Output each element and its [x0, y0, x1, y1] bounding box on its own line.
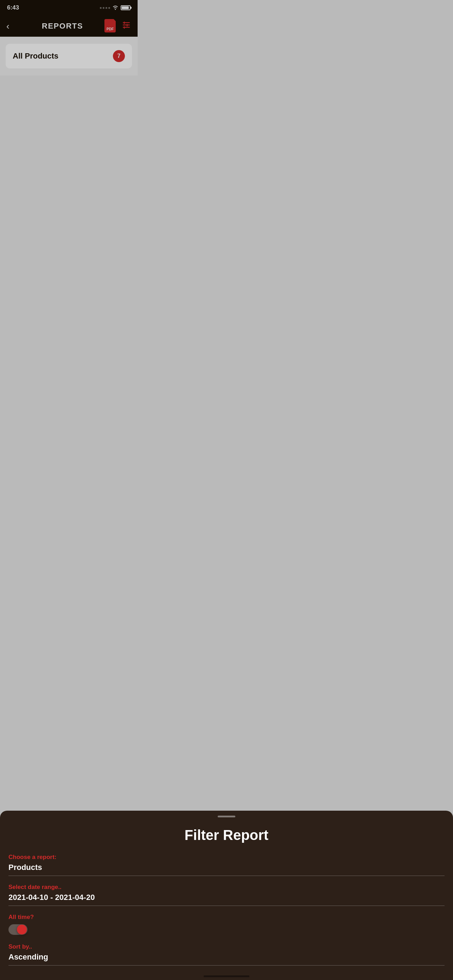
- dropdown-overlay: [0, 0, 138, 298]
